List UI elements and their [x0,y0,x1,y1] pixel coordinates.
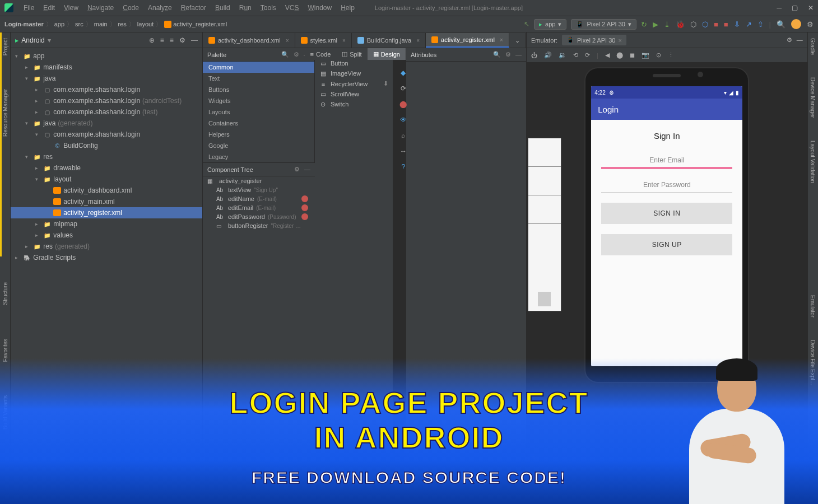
menu-refactor[interactable]: Refactor [178,3,210,13]
emu-screenshot-icon[interactable]: 📷 [642,52,649,59]
git-update-icon[interactable]: ⇩ [734,20,740,29]
attr-settings-icon[interactable]: ⚙ [505,51,511,58]
help-icon[interactable]: ? [398,161,409,172]
layout-preview[interactable] [528,138,561,311]
tree-row-drawable[interactable]: ▸📁drawable [11,162,202,174]
palette-cat-buttons[interactable]: Buttons [203,84,314,95]
sync-icon[interactable]: ↻ [641,20,647,29]
signin-button[interactable]: SIGN IN [601,203,732,224]
hide-pane-icon[interactable]: — [191,36,198,44]
tree-row-com-example-shashank-login[interactable]: ▸▢com.example.shashank.login (androidTes… [11,95,202,106]
rail-project[interactable]: Project [2,38,8,55]
palette-cat-legacy[interactable]: Legacy [203,151,314,162]
design-surface-icon[interactable]: ◆ [398,67,409,78]
palette-item-recyclerview[interactable]: ≡RecyclerView⬇ [315,78,393,89]
tree-row-java[interactable]: ▾📁java (generated) [11,118,202,129]
tree-row-BuildConfig[interactable]: ©BuildConfig [11,140,202,151]
emu-voldown-icon[interactable]: 🔉 [559,52,566,59]
magnet-icon[interactable]: ⌕ [398,130,409,141]
palette-item-scrollview[interactable]: ▭ScrollView [315,89,393,99]
emu-overview-icon[interactable]: ◼ [630,52,635,59]
orientation-icon[interactable]: ⟳ [398,83,409,94]
emu-rotright-icon[interactable]: ⟳ [585,52,590,59]
menu-navigate[interactable]: Navigate [84,3,117,13]
palette-item-switch[interactable]: ⊙Switch [315,99,393,109]
emu-settings-icon[interactable]: ⚙ [787,36,792,44]
collapse-all-icon[interactable]: ≡ [170,36,174,44]
tree-row-com-example-shashank-login[interactable]: ▾▢com.example.shashank.login [11,129,202,140]
git-commit-icon[interactable]: ↗ [746,20,752,29]
maximize-icon[interactable]: ▢ [792,4,798,12]
rail-device-manager[interactable]: Device Manager [810,77,816,118]
emu-record-icon[interactable]: ⊙ [656,52,661,59]
tree-row-com-example-shashank-login[interactable]: ▸▢com.example.shashank.login [11,84,202,95]
tree-row-activity-register-xml[interactable]: activity_register.xml [11,207,202,218]
emu-hide-icon[interactable]: — [797,36,803,44]
emu-volup-icon[interactable]: 🔊 [544,52,552,59]
expand-all-icon[interactable]: ≡ [160,36,164,44]
stop-icon[interactable]: ■ [714,20,718,29]
bc-4[interactable]: res [118,21,127,27]
mode-design[interactable]: ▦ Design [368,48,406,60]
tabs-dropdown[interactable]: ⌄ [509,33,526,48]
emu-rotleft-icon[interactable]: ⟲ [573,52,578,59]
menu-code[interactable]: Code [119,3,142,13]
mode-split[interactable]: ◫ Split [336,48,367,60]
rail-structure[interactable]: Structure [2,282,8,305]
menu-window[interactable]: Window [304,3,335,13]
tree-row-res[interactable]: ▸📁res (generated) [11,241,202,252]
tree-row-res[interactable]: ▾📁res [11,151,202,162]
tree-row-values[interactable]: ▸📁values [11,230,202,241]
search-icon[interactable]: 🔍 [777,20,786,29]
emu-home-icon[interactable]: ⬤ [616,52,623,59]
tree-row-layout[interactable]: ▾📁layout [11,174,202,185]
run-icon[interactable]: ▶ [653,20,658,29]
bc-3[interactable]: main [94,21,108,27]
menu-edit[interactable]: Edit [40,3,58,13]
attr-search-icon[interactable]: 🔍 [493,51,501,58]
palette-cat-common[interactable]: Common [203,62,314,73]
bc-6[interactable]: activity_register.xml [164,21,227,28]
coverage-icon[interactable]: ⬡ [690,20,696,29]
tree-row-activity-main-xml[interactable]: activity_main.xml [11,196,202,207]
menu-run[interactable]: Run [236,3,255,13]
tab-BuildConfig-java[interactable]: BuildConfig.java× [352,33,426,48]
ct-buttonRegister[interactable]: ▭buttonRegister "Register … [203,221,315,230]
eye-icon[interactable]: 👁 [398,114,409,125]
avatar-icon[interactable] [791,19,801,29]
select-opened-icon[interactable]: ⊕ [149,36,155,44]
component-tree[interactable]: ▦activity_registerAbtextView "Sign Up"Ab… [203,176,315,230]
device-selector[interactable]: 📱Pixel 2 API 30▾ [571,19,636,30]
palette-categories[interactable]: CommonTextButtonsWidgetsLayoutsContainer… [203,62,314,162]
palette-cat-containers[interactable]: Containers [203,118,314,129]
rail-resource-manager[interactable]: Resource Manager [2,89,8,137]
ct-settings-icon[interactable]: ⚙ [294,166,300,173]
minimize-icon[interactable]: ─ [777,4,782,12]
palette-cat-widgets[interactable]: Widgets [203,95,314,106]
rail-emulator[interactable]: Emulator [810,295,816,318]
bc-1[interactable]: app [54,21,64,27]
project-view-mode[interactable]: Android [21,36,44,44]
palette-cat-google[interactable]: Google [203,140,314,151]
email-field[interactable]: Enter Email [601,154,732,169]
rail-gradle[interactable]: Gradle [810,38,816,55]
mode-code[interactable]: ≡ Code [305,48,337,60]
ct-editName[interactable]: AbeditName (E-mail) [203,194,315,203]
palette-settings-icon[interactable]: ⚙ [294,51,299,58]
settings-icon[interactable]: ⚙ [807,20,814,29]
ct-activity_register[interactable]: ▦activity_register [203,176,315,185]
emulator-tab[interactable]: 📱Pixel 2 API 30× [562,35,626,45]
palette-cat-helpers[interactable]: Helpers [203,129,314,140]
attr-hide-icon[interactable]: — [515,51,522,58]
menu-vcs[interactable]: VCS [282,3,303,13]
tree-row-com-example-shashank-login[interactable]: ▸▢com.example.shashank.login (test) [11,106,202,118]
profile-icon[interactable]: 🐞 [676,20,685,29]
emu-back-icon[interactable]: ◀ [605,52,610,59]
tree-row-app[interactable]: ▾📁app [11,50,202,62]
git-push-icon[interactable]: ⇧ [757,20,764,29]
menu-view[interactable]: View [61,3,82,13]
menu-help[interactable]: Help [337,3,358,13]
palette-cat-layouts[interactable]: Layouts [203,106,314,118]
palette-search-icon[interactable]: 🔍 [281,51,289,58]
ct-editEmail[interactable]: AbeditEmail (E-mail) [203,203,315,212]
